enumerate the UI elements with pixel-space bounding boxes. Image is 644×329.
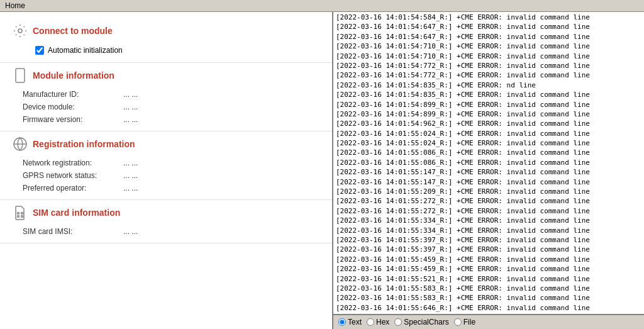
log-line: [2022-03-16 14:01:54:647_R:] +CME ERROR:…	[336, 22, 641, 31]
svg-point-5	[21, 213, 23, 215]
log-line: [2022-03-16 14:01:54:772_R:] +CME ERROR:…	[336, 61, 641, 70]
gprs-status-value: ... ...	[123, 171, 138, 180]
log-line: [2022-03-16 14:01:55:397_R:] +CME ERROR:…	[336, 235, 641, 245]
radio-hex-label: Hex	[376, 318, 389, 326]
manufacturer-value: ... ...	[123, 90, 138, 99]
log-line: [2022-03-16 14:01:55:147_R:] +CME ERROR:…	[336, 177, 641, 187]
manufacturer-label: Manufacturer ID:	[23, 90, 123, 99]
log-line: [2022-03-16 14:01:54:710_R:] +CME ERROR:…	[336, 42, 641, 51]
preferred-operator-value: ... ...	[123, 184, 138, 192]
section-registration-title: Registration information	[33, 139, 135, 149]
log-line: [2022-03-16 14:01:54:772_R:] +CME ERROR:…	[336, 70, 641, 80]
network-icon	[13, 137, 28, 152]
log-line: [2022-03-16 14:01:55:024_R:] +CME ERROR:…	[336, 138, 641, 148]
log-line: [2022-03-16 14:01:55:334_R:] +CME ERROR:…	[336, 216, 641, 225]
section-module-header: Module information	[13, 68, 319, 83]
device-module-row: Device module: ... ...	[13, 101, 319, 113]
preferred-operator-label: Preferred operator:	[23, 184, 123, 192]
svg-point-4	[18, 213, 19, 215]
section-sim-title: SIM card information	[33, 208, 120, 218]
auto-init-checkbox[interactable]	[35, 46, 44, 55]
log-line: [2022-03-16 14:01:54:835_R:] +CME ERROR:…	[336, 81, 641, 90]
section-module: Module information Manufacturer ID: ... …	[0, 63, 332, 131]
firmware-value: ... ...	[123, 115, 138, 124]
gprs-status-label: GPRS network status:	[23, 171, 123, 180]
network-reg-row: Network registration: ... ...	[13, 157, 319, 169]
radio-file[interactable]	[454, 318, 462, 326]
log-line: [2022-03-16 14:01:55:459_R:] +CME ERROR:…	[336, 255, 641, 264]
radio-specialchars-item: SpecialChars	[394, 318, 448, 326]
bottom-toolbar: Text Hex SpecialChars File	[333, 314, 644, 329]
section-sim-header: SIM card information	[13, 205, 319, 220]
log-line: [2022-03-16 14:01:54:962_R:] +CME ERROR:…	[336, 119, 641, 128]
network-reg-value: ... ...	[123, 159, 138, 167]
log-line: [2022-03-16 14:01:55:086_R:] +CME ERROR:…	[336, 148, 641, 157]
left-panel: Connect to module Automatic initializati…	[0, 12, 333, 329]
radio-text-item: Text	[338, 318, 362, 326]
log-line: [2022-03-16 14:01:55:024_R:] +CME ERROR:…	[336, 129, 641, 138]
device-module-label: Device module:	[23, 103, 123, 111]
section-connect: Connect to module Automatic initializati…	[0, 18, 332, 63]
log-line: [2022-03-16 14:01:55:397_R:] +CME ERROR:…	[336, 245, 641, 254]
radio-text[interactable]	[338, 318, 346, 326]
log-line: [2022-03-16 14:01:55:521_R:] +CME ERROR:…	[336, 274, 641, 284]
sim-imsi-label: SIM card IMSI:	[23, 227, 123, 236]
radio-specialchars-label: SpecialChars	[404, 318, 448, 326]
radio-hex[interactable]	[367, 318, 374, 326]
menu-home[interactable]: Home	[5, 1, 25, 10]
log-line: [2022-03-16 14:01:55:147_R:] +CME ERROR:…	[336, 167, 641, 177]
log-line: [2022-03-16 14:01:54:710_R:] +CME ERROR:…	[336, 52, 641, 61]
section-sim: SIM card information SIM card IMSI: ... …	[0, 200, 332, 243]
radio-text-label: Text	[348, 318, 362, 326]
log-line: [2022-03-16 14:01:55:334_R:] +CME ERROR:…	[336, 226, 641, 235]
radio-specialchars[interactable]	[394, 318, 402, 326]
log-line: [2022-03-16 14:01:54:647_R:] +CME ERROR:…	[336, 32, 641, 42]
menu-bar: Home	[0, 0, 644, 12]
log-line: [2022-03-16 14:01:54:899_R:] +CME ERROR:…	[336, 100, 641, 109]
sim-imsi-value: ... ...	[123, 227, 138, 236]
log-line: [2022-03-16 14:01:54:584_R:] +CME ERROR:…	[336, 13, 641, 22]
phone-icon	[13, 68, 28, 83]
svg-point-6	[18, 216, 19, 218]
auto-init-row: Automatic initialization	[13, 43, 319, 57]
svg-rect-1	[16, 69, 25, 82]
log-area[interactable]: [2022-03-16 14:01:54:584_R:] +CME ERROR:…	[333, 12, 644, 314]
firmware-row: Firmware version: ... ...	[13, 113, 319, 126]
log-line: [2022-03-16 14:01:55:646_R:] +CME ERROR:…	[336, 303, 641, 313]
firmware-label: Firmware version:	[23, 115, 123, 124]
section-connect-header: Connect to module	[13, 23, 319, 38]
radio-file-label: File	[464, 318, 475, 326]
log-line: [2022-03-16 14:01:54:835_R:] +CME ERROR:…	[336, 90, 641, 99]
gear-icon	[13, 23, 28, 38]
log-line: [2022-03-16 14:01:54:899_R:] +CME ERROR:…	[336, 109, 641, 119]
log-line: [2022-03-16 14:01:55:272_R:] +CME ERROR:…	[336, 196, 641, 206]
radio-hex-item: Hex	[367, 318, 389, 326]
sim-icon	[13, 205, 28, 220]
log-line: [2022-03-16 14:01:55:086_R:] +CME ERROR:…	[336, 158, 641, 167]
section-registration-header: Registration information	[13, 137, 319, 152]
svg-point-7	[21, 216, 23, 218]
preferred-operator-row: Preferred operator: ... ...	[13, 182, 319, 194]
log-line: [2022-03-16 14:01:55:583_R:] +CME ERROR:…	[336, 293, 641, 303]
section-module-title: Module information	[33, 70, 114, 81]
section-connect-title: Connect to module	[33, 26, 113, 36]
radio-file-item: File	[454, 318, 475, 326]
section-registration: Registration information Network registr…	[0, 131, 332, 200]
network-reg-label: Network registration:	[23, 159, 123, 167]
main-content: Connect to module Automatic initializati…	[0, 12, 644, 329]
log-line: [2022-03-16 14:01:55:209_R:] +CME ERROR:…	[336, 187, 641, 196]
auto-init-label: Automatic initialization	[48, 46, 123, 55]
log-line: [2022-03-16 14:01:55:583_R:] +CME ERROR:…	[336, 284, 641, 293]
svg-point-0	[18, 29, 22, 33]
format-radio-group: Text Hex SpecialChars File	[338, 318, 475, 326]
right-panel: [2022-03-16 14:01:54:584_R:] +CME ERROR:…	[333, 12, 644, 329]
log-line: [2022-03-16 14:01:55:459_R:] +CME ERROR:…	[336, 264, 641, 274]
gprs-status-row: GPRS network status: ... ...	[13, 169, 319, 182]
manufacturer-row: Manufacturer ID: ... ...	[13, 88, 319, 101]
sim-imsi-row: SIM card IMSI: ... ...	[13, 225, 319, 238]
device-module-value: ... ...	[123, 103, 138, 111]
log-line: [2022-03-16 14:01:55:272_R:] +CME ERROR:…	[336, 206, 641, 216]
